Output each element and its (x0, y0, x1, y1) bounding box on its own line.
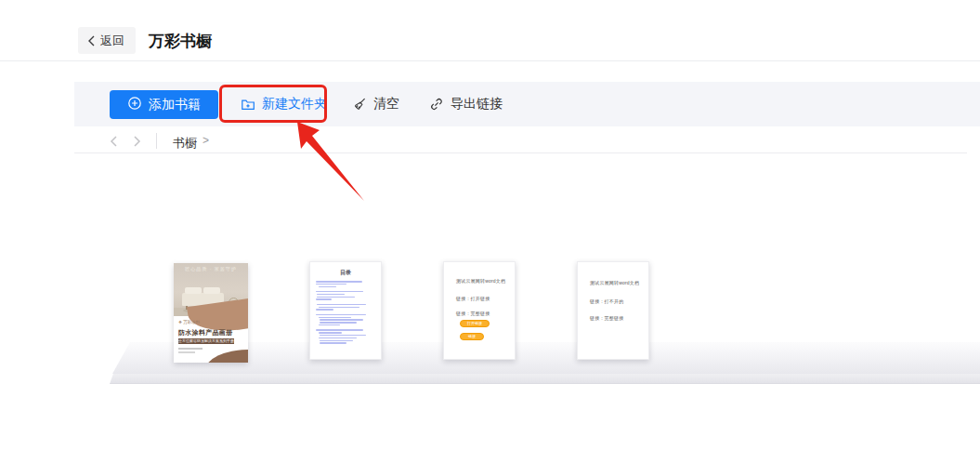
link-icon (429, 97, 444, 112)
toc-entry-line (320, 322, 357, 324)
toc-entry-line (316, 291, 363, 293)
toc-entry-line (316, 284, 346, 285)
toc-entry-line (316, 309, 333, 311)
new-folder-button[interactable]: 新建文件夹 (235, 82, 333, 126)
doc-text-line: 链接：完整链接 (590, 315, 623, 321)
page-title: 万彩书橱 (149, 31, 212, 52)
toolbar: 添加书籍 新建文件夹 清空 导出链接 (74, 82, 980, 126)
nav-prev-button[interactable] (107, 134, 122, 149)
toc-entry-line (319, 307, 360, 309)
clear-label: 清空 (373, 96, 399, 112)
clear-button[interactable]: 清空 (346, 82, 405, 126)
folder-plus-icon (241, 97, 255, 112)
book-thumbnail-doc2[interactable]: 测试云展网转word文档 链接：打不开的 链接：完整链接 (577, 261, 649, 360)
broom-icon (352, 97, 367, 112)
export-link-button[interactable]: 导出链接 (424, 82, 508, 126)
toolbar-bottom-rule (74, 152, 967, 153)
cover-logo: ❖ 万彩涂料 (178, 320, 200, 324)
toc-entry-line (320, 335, 366, 337)
doc-link-pill[interactable]: 链接 (460, 333, 484, 340)
cover-lower-area: ❖ 万彩涂料 防水涂料产品画册 全方位家居防水解决方案系列手册 (174, 316, 248, 363)
toc-entry-line (319, 332, 343, 334)
toc-heading: 目录 (316, 269, 375, 277)
cover-footnote-line (178, 351, 195, 353)
toc-entry-line (316, 314, 366, 316)
cover-title: 防水涂料产品画册 (178, 328, 232, 338)
toc-entry-line (319, 338, 357, 339)
shelf-front-edge (110, 374, 980, 384)
book-thumbnail-brochure[interactable]: 匠心品质 · 家居守护 ❖ 万彩涂料 防水涂料产品画册 全方位家居防水解决方案系… (174, 263, 248, 363)
toc-entry-line (316, 298, 332, 300)
toc-entry-line (317, 294, 344, 296)
book-thumbnail-doc1[interactable]: 测试云展网转word文档 链接：打开链接 链接：完整链接 打开链接 链接 (443, 261, 516, 360)
circle-plus-icon (127, 96, 142, 113)
chevron-left-icon (87, 35, 96, 46)
breadcrumb-separator: > (203, 134, 209, 147)
cover-subtitle-bar: 全方位家居防水解决方案系列手册 (178, 338, 234, 344)
toc-lines (316, 281, 375, 344)
doc-text-line: 链接：打开链接 (456, 296, 490, 301)
cover-footnote-line (178, 348, 203, 350)
cover-caption: 匠心品质 · 家居守护 (174, 266, 248, 271)
nav-next-button[interactable] (129, 134, 144, 149)
export-link-label: 导出链接 (451, 96, 503, 112)
toc-entry-line (319, 324, 340, 326)
add-books-button[interactable]: 添加书籍 (110, 90, 218, 119)
doc-text-line: 测试云展网转word文档 (456, 278, 505, 284)
cover-swoosh-bottom (205, 350, 248, 363)
header-bar: 返回 万彩书橱 (0, 0, 980, 61)
breadcrumb-root[interactable]: 书橱 (173, 135, 197, 152)
toc-entry-line (320, 340, 353, 342)
toc-entry-line (316, 281, 362, 283)
doc-link-pill[interactable]: 打开链接 (460, 320, 490, 327)
doc-text-line: 链接：打不开的 (590, 298, 623, 304)
toc-entry-line (316, 329, 363, 331)
add-books-label: 添加书籍 (149, 97, 201, 113)
doc-text-line: 链接：完整链接 (456, 311, 490, 316)
doc-text-line: 测试云展网转word文档 (590, 280, 639, 285)
new-folder-label: 新建文件夹 (262, 96, 327, 112)
back-button[interactable]: 返回 (78, 27, 136, 54)
book-thumbnail-toc[interactable]: 目录 (309, 261, 382, 360)
breadcrumb-divider (156, 133, 157, 149)
toc-entry-line (319, 286, 336, 288)
toc-entry-line (320, 342, 346, 344)
toc-entry-line (320, 319, 363, 321)
toc-entry-line (317, 304, 365, 306)
back-button-label: 返回 (100, 33, 124, 49)
toc-entry-line (317, 297, 355, 298)
toc-entry-line (319, 317, 352, 319)
annotation-arrow (290, 119, 373, 205)
